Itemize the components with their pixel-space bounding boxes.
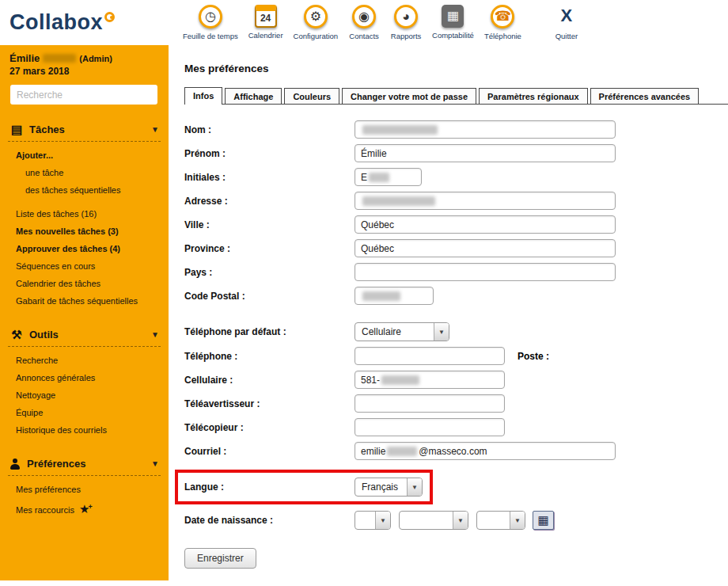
sidebar-item[interactable]: Historique des courriels (0, 421, 169, 439)
courriel-input[interactable]: emilie@masseco.com (355, 442, 616, 460)
sidebar-item[interactable]: Liste des tâches (16) (0, 205, 169, 223)
code-postal-input[interactable] (355, 287, 434, 305)
calendar-picker-button[interactable]: ▦ (533, 511, 554, 530)
telephone-input[interactable] (355, 347, 505, 365)
tab-pr-f-rences-avanc-es[interactable]: Préférences avancées (590, 88, 700, 104)
collabox-logo[interactable]: Collabox (0, 10, 121, 35)
telephone-defaut-select[interactable]: Cellulaire▼ (355, 322, 449, 341)
sidebar-item-label: Nettoyage (16, 390, 55, 400)
sidebar-sections: ▤Tâches▼Ajouter...une tâchedes tâches sé… (0, 119, 169, 520)
sidebar-item[interactable]: Approuver des tâches (4) (0, 240, 169, 257)
tab-affichage[interactable]: Affichage (225, 88, 282, 104)
prenom-input[interactable]: Émilie (355, 144, 616, 162)
nom-input[interactable] (355, 120, 616, 139)
input-value: Émilie (361, 148, 387, 159)
chevron-down-icon[interactable]: ▼ (151, 459, 159, 468)
topbar-configuration-button[interactable]: ⚙Configuration (294, 5, 339, 40)
tab-couleurs[interactable]: Couleurs (284, 88, 339, 104)
adresse-input[interactable] (355, 192, 616, 210)
field-label: Code Postal : (184, 291, 355, 302)
search-input[interactable] (10, 85, 157, 105)
sidebar-item[interactable]: Nettoyage (0, 386, 169, 404)
quit-icon: X (555, 5, 578, 29)
field-label: Téléphone : (184, 351, 355, 362)
birth-month-select[interactable]: ▼ (399, 511, 468, 530)
pays-input[interactable] (355, 263, 616, 281)
teleavertisseur-input[interactable] (355, 394, 505, 413)
birth-day-select[interactable]: ▼ (355, 511, 391, 530)
app-body: Émilie(Admin) 27 mars 2018 ▤Tâches▼Ajout… (0, 45, 728, 580)
main-content: Mes préférences InfosAffichageCouleursCh… (169, 45, 728, 580)
topbar-reports-button[interactable]: ◕Rapports (390, 5, 422, 40)
sidebar-item[interactable]: Mes nouvelles tâches (3) (0, 223, 169, 240)
field-label: Courriel : (184, 446, 355, 457)
plus-icon: + (88, 503, 92, 511)
topbar-label: Feuille de temps (183, 32, 238, 40)
tab-param-tres-r-gionaux[interactable]: Paramètres régionaux (479, 88, 588, 104)
field-label: Initiales : (184, 172, 355, 183)
form-fields: Nom :Prénom :ÉmilieInitiales :EAdresse :… (184, 120, 728, 530)
section-header-tâches[interactable]: ▤Tâches▼ (8, 119, 161, 142)
form-row-ville: Ville :Québec (184, 215, 728, 234)
section-items: RechercheAnnonces généralesNettoyageÉqui… (0, 347, 169, 439)
sidebar-section-préférences: Préférences▼Mes préférencesMes raccourci… (0, 453, 169, 520)
tasks-icon: ▤ (9, 124, 24, 135)
topbar-accounting-button[interactable]: ▦Comptabilité (432, 5, 474, 40)
section-header-outils[interactable]: ⚒Outils▼ (8, 324, 161, 347)
input-value: Québec (361, 243, 394, 254)
form-row-teleavertisseur: Téléavertisseur : (184, 394, 728, 413)
sidebar-item[interactable]: Recherche (0, 352, 169, 369)
chevron-down-icon: ▼ (453, 512, 468, 529)
form-row-province: Province :Québec (184, 239, 728, 257)
birth-year-select[interactable]: ▼ (476, 511, 525, 530)
sidebar-item-label: Annonces générales (16, 373, 95, 382)
initiales-input[interactable]: E (355, 168, 422, 186)
sidebar-item[interactable]: Mes raccourcis★+ (0, 498, 169, 520)
ville-input[interactable]: Québec (355, 215, 616, 234)
form-row-initiales: Initiales :E (184, 168, 728, 186)
input-value: emilie (361, 446, 385, 457)
sidebar-item-label: Liste des tâches (16) (16, 209, 97, 219)
cellulaire-input[interactable]: 581- (355, 371, 505, 389)
sidebar-item[interactable]: des tâches séquentielles (0, 181, 169, 199)
sidebar-item[interactable]: Ajouter... (0, 146, 169, 164)
search-box (10, 85, 158, 105)
section-header-préférences[interactable]: Préférences▼ (8, 453, 161, 476)
topbar-quit-button[interactable]: XQuitter (551, 5, 582, 40)
langue-select[interactable]: Français▼ (355, 478, 423, 497)
field-label: Adresse : (184, 196, 355, 207)
sidebar-item[interactable]: Gabarit de tâches séquentielles (0, 292, 169, 310)
sidebar-item[interactable]: Séquences en cours (0, 257, 169, 275)
chevron-down-icon[interactable]: ▼ (151, 330, 159, 339)
chevron-down-icon[interactable]: ▼ (151, 125, 159, 134)
input-value: Québec (361, 219, 394, 230)
user-line: Émilie(Admin) (0, 45, 169, 64)
field-label: Téléavertisseur : (184, 398, 355, 409)
input-value: 581- (361, 375, 380, 386)
province-input[interactable]: Québec (355, 239, 616, 257)
user-name: Émilie (9, 52, 40, 64)
tab-changer-votre-mot-de-passe[interactable]: Changer votre mot de passe (342, 88, 476, 104)
sidebar-item[interactable]: une tâche (0, 164, 169, 181)
sidebar-item[interactable]: Annonces générales (0, 369, 169, 386)
topbar-timesheet-button[interactable]: ◷Feuille de temps (183, 5, 238, 40)
sidebar-item[interactable]: Équipe (0, 404, 169, 421)
sidebar-item-label: Historique des courriels (16, 425, 107, 435)
topbar-contacts-button[interactable]: ◉Contacts (348, 5, 380, 40)
telecopieur-input[interactable] (355, 418, 505, 436)
sidebar-item-label: des tâches séquentielles (25, 185, 120, 195)
save-button[interactable]: Enregistrer (184, 548, 256, 569)
sidebar-item[interactable]: Mes préférences (0, 481, 169, 498)
section-items: Mes préférencesMes raccourcis★+ (0, 476, 169, 520)
topbar-calendar-button[interactable]: 24Calendrier (248, 5, 283, 40)
timesheet-icon: ◷ (199, 5, 222, 29)
sidebar-item-label: Mes nouvelles tâches (3) (16, 226, 119, 236)
redacted-text (362, 291, 400, 301)
form-row-nom: Nom : (184, 120, 728, 139)
sidebar-item[interactable]: Calendrier des tâches (0, 275, 169, 292)
topbar-telephony-button[interactable]: ☎Téléphonie (484, 5, 521, 40)
form-row-langue: Langue :Français▼ (175, 470, 433, 504)
redacted-text (369, 173, 389, 182)
tab-infos[interactable]: Infos (184, 87, 222, 105)
section-title: Outils (29, 329, 59, 341)
